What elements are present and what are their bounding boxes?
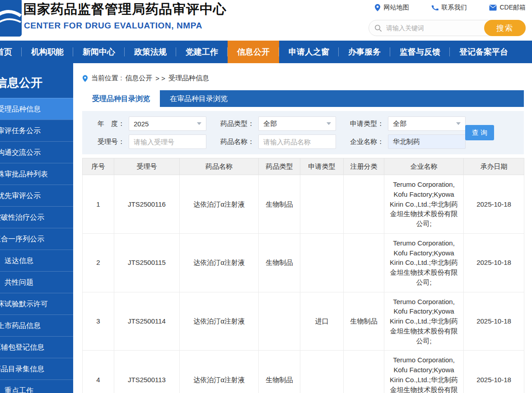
drug-name-label: 药品名称： — [216, 138, 254, 146]
no-cell: 2 — [83, 233, 114, 292]
nav-item-6[interactable]: 申请人之窗 — [279, 41, 339, 63]
accept-no-label: 受理号： — [87, 138, 125, 146]
accept-no-cell: JTS2500114 — [114, 292, 180, 351]
filter-row-1: 年 度： 2025 药品类型： 全部 申请类型： 全部 — [87, 116, 524, 131]
site-header: 国家药品监督管理局药品审评中心 CENTER FOR DRUG EVALUATI… — [0, 0, 532, 41]
breadcrumb-current: 受理品种信息 — [168, 74, 209, 83]
nav-item-3[interactable]: 政策法规 — [125, 41, 176, 63]
sidebar-item-5[interactable]: 突破性治疗公示 — [0, 206, 73, 228]
sidebar-item-3[interactable]: 特殊审批品种列表 — [0, 163, 73, 185]
column-header-6: 企业名称 — [384, 158, 464, 175]
sidebar-item-1[interactable]: 审评任务公示 — [0, 120, 73, 141]
sidebar-item-11[interactable]: 原辅包登记信息 — [0, 336, 73, 358]
company-cell: Terumo Corporation, Kofu Factory;Kyowa K… — [384, 175, 464, 234]
sidebar-item-9[interactable]: 临床试验默示许可 — [0, 293, 73, 314]
main-nav-list: 首页机构职能新闻中心政策法规党建工作信息公开申请人之窗办事服务监督与反馈登记备案… — [0, 41, 532, 63]
column-header-5: 注册分类 — [344, 158, 384, 175]
header-links: 网站地图 联系我们 CDE邮箱 — [374, 4, 526, 12]
apply-type-cell — [300, 351, 344, 393]
date-cell: 2025-10-18 — [464, 351, 524, 393]
site-title: 国家药品监督管理局药品审评中心 — [23, 0, 227, 18]
table-header-row: 序号受理号药品名称药品类型申请类型注册分类企业名称承办日期 — [83, 158, 524, 175]
sidebar-item-6[interactable]: 三合一序列公示 — [0, 228, 73, 250]
sidebar-title: 信息公开 — [0, 75, 73, 91]
column-header-2: 药品名称 — [180, 158, 259, 175]
sidebar: 信息公开 受理品种信息审评任务公示沟通交流公示特殊审批品种列表优先审评公示突破性… — [0, 63, 73, 393]
sidebar-item-2[interactable]: 沟通交流公示 — [0, 141, 73, 163]
page: 国家药品监督管理局药品审评中心 CENTER FOR DRUG EVALUATI… — [0, 0, 532, 393]
site-subtitle: CENTER FOR DRUG EVALUATION, NMPA — [24, 21, 202, 31]
nav-item-7[interactable]: 办事服务 — [339, 41, 390, 63]
main-nav: 首页机构职能新闻中心政策法规党建工作信息公开申请人之窗办事服务监督与反馈登记备案… — [0, 41, 532, 63]
drug-type-cell: 生物制品 — [259, 233, 300, 292]
contact-link[interactable]: 联系我们 — [431, 4, 467, 12]
nav-item-1[interactable]: 机构职能 — [22, 41, 73, 63]
tab-0[interactable]: 受理品种目录浏览 — [82, 90, 160, 107]
nav-item-0[interactable]: 首页 — [0, 41, 22, 63]
column-header-4: 申请类型 — [300, 158, 344, 175]
table-row-2: 3JTS2500114达依泊汀α注射液进口生物制品Terumo Corporat… — [83, 292, 524, 351]
nav-item-4[interactable]: 党建工作 — [176, 41, 228, 63]
chevron-down-icon — [197, 122, 201, 125]
phone-icon — [431, 4, 439, 11]
drug-name-cell: 达依泊汀α注射液 — [180, 292, 259, 351]
date-cell: 2025-10-18 — [464, 175, 524, 234]
sidebar-item-13[interactable]: 重点工作 — [0, 379, 73, 393]
no-cell: 4 — [83, 351, 114, 393]
sidebar-inner: 信息公开 受理品种信息审评任务公示沟通交流公示特殊审批品种列表优先审评公示突破性… — [0, 75, 73, 393]
drug-type-cell: 生物制品 — [259, 175, 300, 234]
year-select-value: 2025 — [134, 120, 149, 128]
site-search: 搜索 — [369, 20, 526, 36]
breadcrumb-label: 当前位置 : — [91, 74, 122, 83]
accept-no-input[interactable] — [129, 134, 206, 149]
content: 信息公开 受理品种信息审评任务公示沟通交流公示特殊审批品种列表优先审评公示突破性… — [0, 63, 532, 393]
drug-name-cell: 达依泊汀α注射液 — [180, 351, 259, 393]
company-name-input[interactable] — [388, 134, 466, 149]
search-icon — [374, 24, 382, 32]
breadcrumb-pin-icon — [82, 75, 88, 82]
accept-no-cell: JTS2500113 — [114, 351, 180, 393]
accept-no-cell: JTS2500116 — [114, 175, 180, 234]
catalog-tabs: 受理品种目录浏览在审品种目录浏览 — [82, 90, 524, 107]
column-header-7: 承办日期 — [464, 158, 524, 175]
breadcrumb: 当前位置 : 信息公开 > > 受理品种信息 — [82, 74, 524, 83]
cde-logo-icon — [0, 0, 22, 37]
no-cell: 1 — [83, 175, 114, 234]
reg-class-cell — [344, 175, 384, 234]
apply-type-cell: 进口 — [300, 292, 344, 351]
sidebar-item-10[interactable]: 上市药品信息 — [0, 314, 73, 336]
sidebar-item-8[interactable]: 共性问题 — [0, 271, 73, 293]
reg-class-cell: 生物制品 — [344, 292, 384, 351]
tab-1[interactable]: 在审品种目录浏览 — [160, 90, 238, 107]
nav-item-8[interactable]: 监督与反馈 — [390, 41, 450, 63]
company-cell: Terumo Corporation, Kofu Factory;Kyowa K… — [384, 292, 464, 351]
nav-item-9[interactable]: 登记备案平台 — [450, 41, 518, 63]
drug-type-select[interactable]: 全部 — [258, 116, 336, 131]
apply-type-select[interactable]: 全部 — [388, 116, 466, 131]
year-label: 年 度： — [87, 120, 125, 128]
nav-item-2[interactable]: 新闻中心 — [73, 41, 125, 63]
sitemap-link[interactable]: 网站地图 — [374, 4, 409, 12]
nav-item-5[interactable]: 信息公开 — [228, 41, 279, 63]
company-cell: Terumo Corporation, Kofu Factory;Kyowa K… — [384, 233, 464, 292]
search-button[interactable]: 搜索 — [484, 20, 526, 36]
drug-type-label: 药品类型： — [216, 120, 254, 128]
sidebar-item-4[interactable]: 优先审评公示 — [0, 185, 73, 206]
mailbox-link[interactable]: CDE邮箱 — [489, 4, 526, 12]
location-icon — [374, 4, 381, 11]
drug-name-input[interactable] — [258, 134, 336, 149]
year-select[interactable]: 2025 — [129, 116, 206, 131]
sidebar-item-0[interactable]: 受理品种信息 — [0, 98, 73, 120]
mailbox-link-label: CDE邮箱 — [499, 4, 526, 12]
filter-panel: 年 度： 2025 药品类型： 全部 申请类型： 全部 — [82, 111, 524, 154]
apply-type-select-value: 全部 — [393, 120, 406, 128]
no-cell: 3 — [83, 292, 114, 351]
table-body: 1JTS2500116达依泊汀α注射液生物制品Terumo Corporatio… — [83, 175, 524, 393]
sidebar-item-12[interactable]: 药品目录集信息 — [0, 358, 73, 379]
date-cell: 2025-10-18 — [464, 292, 524, 351]
table-row-3: 4JTS2500113达依泊汀α注射液生物制品Terumo Corporatio… — [83, 351, 524, 393]
breadcrumb-parent[interactable]: 信息公开 — [125, 74, 152, 83]
sidebar-item-7[interactable]: 送达信息 — [0, 250, 73, 271]
chevron-down-icon — [327, 122, 331, 125]
query-button[interactable]: 查 询 — [465, 125, 494, 140]
